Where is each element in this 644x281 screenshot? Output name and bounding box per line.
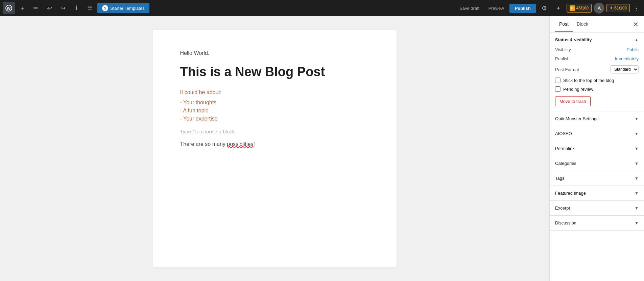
info-button[interactable]: ℹ <box>70 2 82 14</box>
post-title[interactable]: This is a New Blog Post <box>180 64 369 80</box>
tab-block[interactable]: Block <box>573 16 592 32</box>
visibility-row: Visibility Public <box>555 47 639 52</box>
user-avatar[interactable]: A <box>594 3 604 14</box>
preview-button[interactable]: Preview <box>485 4 507 13</box>
list-item-3[interactable]: - Your expertise <box>180 116 369 122</box>
settings-button[interactable]: ⚙ <box>538 2 550 14</box>
svg-text:W: W <box>7 6 11 11</box>
main-layout: Hello World. This is a New Blog Post It … <box>0 16 644 281</box>
discussion-chevron: ▼ <box>635 221 639 225</box>
list-icon: ☰ <box>87 4 93 12</box>
sidebar-body: Status & visibility ▲ Visibility Public … <box>550 33 644 281</box>
toolbar-left: W ＋ ✏ ↩ ↪ ℹ ☰ S Starter Templates <box>3 2 455 14</box>
tags-header[interactable]: Tags ▼ <box>550 171 644 186</box>
optinmonster-header[interactable]: OptinMonster Settings ▼ <box>550 111 644 126</box>
starter-templates-label: Starter Templates <box>110 6 145 11</box>
pending-review-checkbox[interactable] <box>555 86 560 92</box>
status-visibility-title: Status & visibility <box>555 37 592 42</box>
optinmonster-section: OptinMonster Settings ▼ <box>550 111 644 126</box>
publish-value[interactable]: Immediately <box>615 56 639 61</box>
pending-review-label: Pending review <box>563 87 593 92</box>
tags-title: Tags <box>555 176 564 181</box>
undo-icon: ↩ <box>47 4 52 12</box>
featured-image-header[interactable]: Featured image ▼ <box>550 186 644 200</box>
categories-header[interactable]: Categories ▼ <box>550 156 644 171</box>
editor-content[interactable]: Hello World. This is a New Blog Post It … <box>153 30 397 267</box>
publish-label: Publish <box>555 56 570 61</box>
toolbar-right: Save draft Preview Publish ⚙ ✦ H 46/100 … <box>456 2 641 14</box>
status-visibility-section: Status & visibility ▲ Visibility Public … <box>550 33 644 111</box>
tab-post[interactable]: Post <box>555 16 573 32</box>
stick-to-top-checkbox[interactable] <box>555 78 560 83</box>
post-body-intro[interactable]: It could be about: <box>180 89 369 95</box>
publish-row: Publish Immediately <box>555 56 639 61</box>
more-options-button[interactable]: ⋮ <box>632 4 641 12</box>
sidebar: Post Block ✕ Status & visibility ▲ Visib… <box>549 16 644 281</box>
permalink-header[interactable]: Permalink ▼ <box>550 141 644 156</box>
seo-score: 61/100 <box>614 6 627 10</box>
excerpt-title: Excerpt <box>555 206 570 211</box>
permalink-chevron: ▼ <box>635 146 639 151</box>
discussion-header[interactable]: Discussion ▼ <box>550 216 644 230</box>
status-visibility-header[interactable]: Status & visibility ▲ <box>550 33 644 47</box>
list-item-2[interactable]: - A fun topic <box>180 108 369 114</box>
aioseo-section: AIOSEO ▼ <box>550 126 644 141</box>
optinmonster-title: OptinMonster Settings <box>555 116 599 121</box>
status-visibility-content: Visibility Public Publish Immediately Po… <box>550 47 644 111</box>
post-subheading: Hello World. <box>180 50 369 56</box>
misspelled-word: possiblities <box>227 141 253 147</box>
avatar-letter: A <box>598 5 601 11</box>
tags-chevron: ▼ <box>635 176 639 181</box>
move-to-trash-button[interactable]: Move to trash <box>555 96 591 106</box>
list-view-button[interactable]: ☰ <box>84 2 96 14</box>
post-format-select[interactable]: Standard <box>611 65 639 73</box>
post-format-label: Post Format <box>555 67 579 72</box>
redo-button[interactable]: ↪ <box>57 2 69 14</box>
publish-button[interactable]: Publish <box>509 4 536 13</box>
excerpt-chevron: ▼ <box>635 206 639 211</box>
permalink-section: Permalink ▼ <box>550 141 644 156</box>
categories-chevron: ▼ <box>635 161 639 166</box>
featured-image-section: Featured image ▼ <box>550 186 644 201</box>
post-paragraph[interactable]: There are so many possiblities! <box>180 141 369 147</box>
sidebar-close-button[interactable]: ✕ <box>633 21 639 28</box>
jetpack-icon: ✦ <box>556 5 560 12</box>
h-icon: H <box>570 5 575 11</box>
block-type-hint: Type / to choose a block <box>180 129 369 134</box>
editor-area: Hello World. This is a New Blog Post It … <box>0 16 549 281</box>
visibility-label: Visibility <box>555 47 571 52</box>
excerpt-header[interactable]: Excerpt ▼ <box>550 201 644 215</box>
featured-image-chevron: ▼ <box>635 191 639 196</box>
status-visibility-chevron: ▲ <box>635 38 639 42</box>
jetpack-button[interactable]: ✦ <box>552 2 565 14</box>
headings-score: 46/100 <box>576 6 589 10</box>
permalink-title: Permalink <box>555 146 575 151</box>
aioseo-header[interactable]: AIOSEO ▼ <box>550 126 644 141</box>
optinmonster-chevron: ▼ <box>635 116 639 121</box>
stick-to-top-label: Stick to the top of the blog <box>563 78 614 83</box>
undo-button[interactable]: ↩ <box>43 2 55 14</box>
seo-score-badge[interactable]: ✦ 61/100 <box>606 4 630 12</box>
discussion-section: Discussion ▼ <box>550 216 644 231</box>
tools-button[interactable]: ✏ <box>30 2 42 14</box>
categories-title: Categories <box>555 161 576 166</box>
list-item-1[interactable]: - Your thoughts <box>180 100 369 106</box>
save-draft-button[interactable]: Save draft <box>456 4 483 13</box>
post-format-row: Post Format Standard <box>555 65 639 73</box>
categories-section: Categories ▼ <box>550 156 644 171</box>
aioseo-title: AIOSEO <box>555 131 572 136</box>
star-icon: ✦ <box>610 6 613 10</box>
visibility-value[interactable]: Public <box>627 47 639 52</box>
gear-icon: ⚙ <box>542 4 547 12</box>
starter-templates-button[interactable]: S Starter Templates <box>97 3 149 13</box>
stick-to-top-row: Stick to the top of the blog <box>555 78 639 83</box>
plus-icon: ＋ <box>19 4 25 12</box>
add-block-button[interactable]: ＋ <box>16 2 28 14</box>
headings-score-badge[interactable]: H 46/100 <box>567 4 592 13</box>
info-icon: ℹ <box>75 4 78 12</box>
wp-logo[interactable]: W <box>3 2 15 14</box>
pending-review-row: Pending review <box>555 86 639 92</box>
sidebar-tabs: Post Block ✕ <box>550 16 644 33</box>
tags-section: Tags ▼ <box>550 171 644 186</box>
discussion-title: Discussion <box>555 220 576 225</box>
